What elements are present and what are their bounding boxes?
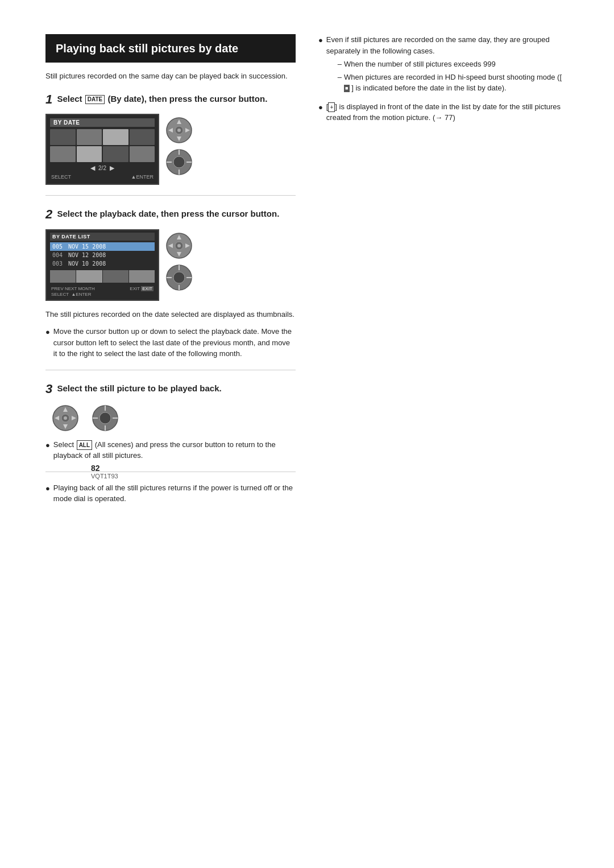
thumb6 [77,146,102,162]
step1-text: Select [57,94,82,104]
datelist-count-2: 004 [52,252,65,258]
screen1-nav: ◀ 2/2 ▶ [50,164,155,172]
bottom-bullet: ● Playing back of all the still pictures… [45,482,296,505]
hd-icon: ■ [344,85,349,93]
dthumb3 [103,270,128,283]
right-bullet-1-text: Even if still pictures are recorded on t… [326,35,550,55]
step1-screen: BY DATE ◀ 2/2 ▶ [45,114,159,185]
sub-bullet-2: When pictures are recorded in HD hi-spee… [338,72,569,94]
datelist-row-1: 005 NOV 15 2008 [50,242,155,251]
svg-point-6 [177,129,181,132]
svg-point-19 [177,244,181,247]
sub-bullet-1-text: When the number of still pictures exceed… [344,59,496,70]
svg-point-21 [173,272,185,283]
datelist-date-3: NOV 10 2008 [68,261,106,267]
step3-icons-row [45,404,296,432]
bottom-bullet-text: Playing back of all the still pictures r… [53,482,296,505]
step3-bullet-text: Select ALL (All scenes) and press the cu… [53,439,296,461]
right-bullet-2: ● [+] is displayed in front of the date … [318,101,569,123]
svg-point-8 [173,156,185,168]
bullet-dot-2: ● [45,440,50,451]
thumb1 [50,129,76,145]
datelist-row-2: 004 NOV 12 2008 [50,251,155,259]
all-tag: ALL [77,440,92,450]
step1-rest: (By date), then press the cursor button. [107,94,267,104]
thumb8 [130,146,155,162]
cursor-icon-2 [165,263,193,292]
screen2-select-enter: SELECT ▲ENTER [50,291,155,297]
dthumb1 [50,270,76,283]
svg-point-34 [99,412,111,424]
section-title: Playing back still pictures by date [45,34,296,63]
page-footer: 82 VQT1T93 [91,464,118,480]
step1-number: 1 [45,92,52,106]
dpad-icon-1 [165,116,193,144]
page-code: VQT1T93 [91,473,118,480]
step2-number: 2 [45,207,52,221]
dpad-icon-2 [165,232,193,260]
sub-bullets: When the number of still pictures exceed… [338,59,569,94]
screen1-right-arrow: ▶ [110,164,114,172]
screen2-footer: PREV NEXT MONTH EXIT EXIT [50,285,155,291]
step1-heading: 1 Select DATE (By date), then press the … [45,91,296,109]
bullet-dot-3: ● [45,483,50,494]
right-bullet-1: ● Even if still pictures are recorded on… [318,34,569,96]
thumb5 [50,146,76,162]
datelist-count-3: 003 [52,261,65,267]
divider-2 [45,370,296,370]
step3-number: 3 [45,382,52,396]
sub-bullet-1: When the number of still pictures exceed… [338,59,569,70]
datelist-date-1: NOV 15 2008 [68,243,106,250]
step1-screen-wrap: BY DATE ◀ 2/2 ▶ [45,114,296,185]
svg-point-32 [64,416,67,420]
step2-body: The still pictures recorded on the date … [45,309,296,320]
screen1-title: BY DATE [50,118,155,127]
step2-bullet-text: Move the cursor button up or down to sel… [53,326,296,359]
screen1-page: 2/2 [98,165,106,171]
step3-heading: 3 Select the still picture to be played … [45,381,296,398]
cursor-icon-3 [91,404,119,432]
thumb7 [103,146,128,162]
datelist-row-3: 003 NOV 10 2008 [50,259,155,268]
screen2-exit: EXIT EXIT [130,286,154,291]
step3-text: Select the still picture to be played ba… [57,383,221,393]
step2-heading: 2 Select the playback date, then press t… [45,206,296,224]
step3-bullet: ● Select ALL (All scenes) and press the … [45,439,296,461]
dthumb2 [76,270,102,283]
step2-icons [165,229,193,292]
cursor-icon-1 [165,148,193,176]
screen2-prev-next: PREV NEXT MONTH [51,286,95,291]
step2-screen: BY DATE LIST 005 NOV 15 2008 004 NOV 12 … [45,229,159,301]
step2-text: Select the playback date, then press the… [57,209,279,219]
thumb3 [103,129,128,145]
right-bullet-2-text: [+] is displayed in front of the date in… [326,101,569,123]
datelist-date-2: NOV 12 2008 [68,252,106,258]
frame-icon: + [328,102,335,112]
step1-tag: DATE [85,95,105,104]
intro-text: Still pictures recorded on the same day … [45,71,296,82]
screen2-title: BY DATE LIST [50,233,155,241]
screen1-footer-select: SELECT [51,174,71,180]
screen1-footer-enter: ▲ENTER [131,174,154,180]
bullet-dot-1: ● [45,326,50,338]
thumb2 [77,129,102,145]
page-number: 82 [91,464,118,473]
divider-1 [45,195,296,196]
right-bullet-dot-1: ● [318,35,323,46]
screen2-exit-badge: EXIT [141,286,154,291]
sub-bullet-2-text: When pictures are recorded in HD hi-spee… [344,72,569,94]
step2-screen-wrap: BY DATE LIST 005 NOV 15 2008 004 NOV 12 … [45,229,296,301]
dthumb4 [129,270,155,283]
screen1-thumbnails [50,129,155,162]
screen1-left-arrow: ◀ [90,164,95,172]
thumb4 [130,129,155,145]
datelist-count-1: 005 [52,243,65,250]
screen2-thumbnails [50,270,155,283]
dpad-icon-3 [51,404,80,432]
screen1-footer: SELECT ▲ENTER [50,173,155,180]
right-bullet-1-content: Even if still pictures are recorded on t… [326,34,569,96]
step1-icons [165,114,193,176]
right-bullet-dot-2: ● [318,102,323,113]
step2-bullet: ● Move the cursor button up or down to s… [45,326,296,359]
divider-3 [45,472,296,472]
